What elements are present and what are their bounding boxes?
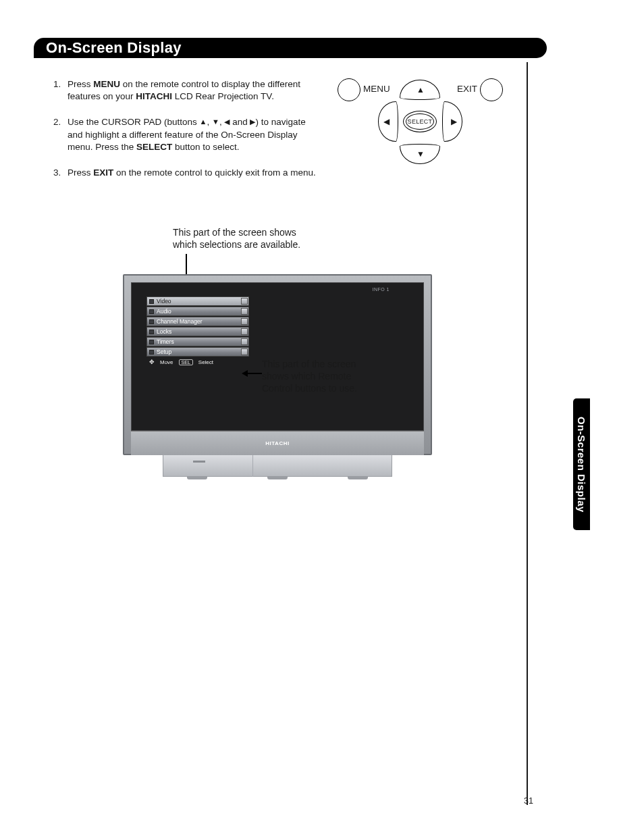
bullet-icon: [149, 340, 154, 344]
annotation-remote-buttons: This part of the screen shows which Remo…: [262, 358, 383, 395]
text: button to select.: [172, 142, 239, 152]
hint-move-label: Move: [160, 359, 173, 365]
text: ,: [207, 117, 212, 127]
cursor-pad-icon: ▲ ▼ ◀ ▶ SELECT: [378, 80, 462, 164]
submenu-icon: [241, 298, 248, 305]
info-indicator: INFO 1: [372, 287, 390, 292]
osd-item-locks: Locks: [146, 327, 249, 336]
submenu-icon: [241, 348, 248, 355]
bold-menu: MENU: [93, 79, 120, 89]
left-arrow-icon: ◀: [383, 117, 390, 126]
text: and: [230, 117, 250, 127]
text: on the remote control to quickly exit fr…: [113, 167, 315, 178]
foot-right-icon: [348, 477, 368, 479]
text: LCD Rear Projection TV.: [172, 91, 274, 101]
page-number: 31: [524, 796, 533, 806]
hint-select-label: Select: [198, 359, 213, 365]
text: Use the CURSOR PAD (buttons: [68, 117, 200, 127]
select-label: SELECT: [406, 113, 434, 130]
select-button-icon: SELECT: [403, 111, 437, 132]
submenu-icon: [241, 318, 248, 325]
bullet-icon: [149, 330, 154, 334]
remote-control-diagram: MENU EXIT ▲ ▼ ◀ ▶ SELECT: [338, 74, 503, 172]
move-cursor-icon: ✥: [149, 359, 155, 365]
osd-item-label: Locks: [157, 328, 171, 335]
bold-exit: EXIT: [93, 167, 113, 178]
osd-item-label: Setup: [157, 348, 171, 355]
submenu-icon: [241, 338, 248, 345]
annotation-selections: This part of the screen shows which sele…: [173, 226, 321, 251]
menu-button-icon: [338, 78, 360, 101]
osd-item-setup: Setup: [146, 347, 249, 357]
instruction-item-3: Press EXIT on the remote control to quic…: [63, 167, 319, 179]
osd-item-label: Timers: [157, 338, 174, 345]
osd-hint-bar: ✥Move SELSelect: [146, 357, 234, 367]
osd-item-label: Channel Manager: [157, 318, 203, 325]
tv-lower-bezel: HITACHI: [131, 431, 424, 455]
stand-seam: [252, 455, 253, 477]
text: Press: [68, 167, 93, 178]
tv-brand-logo: HITACHI: [265, 440, 289, 446]
text: Press: [68, 79, 93, 89]
tv-screen: INFO 1 Video Audio Channel Manager Locks…: [131, 282, 424, 431]
up-arrow-icon: ▲: [417, 85, 425, 95]
instruction-list: Press MENU on the remote control to disp…: [49, 78, 319, 192]
bullet-icon: [149, 319, 154, 324]
osd-menu: Video Audio Channel Manager Locks Timers…: [146, 296, 249, 367]
section-title-bar: On-Screen Display: [34, 38, 547, 58]
up-triangle-icon: ▲: [200, 117, 207, 127]
text: ,: [219, 117, 225, 127]
osd-item-video: Video: [146, 296, 249, 306]
foot-mid-icon: [267, 477, 288, 479]
right-margin-rule: [527, 62, 528, 805]
bold-select: SELECT: [136, 142, 172, 152]
bullet-icon: [149, 350, 154, 355]
osd-item-label: Video: [157, 298, 171, 305]
instruction-item-1: Press MENU on the remote control to disp…: [63, 78, 319, 103]
submenu-icon: [241, 328, 248, 335]
osd-item-channel-manager: Channel Manager: [146, 317, 249, 326]
bullet-icon: [149, 309, 154, 314]
section-title: On-Screen Display: [46, 39, 182, 57]
stand-slot-icon: [193, 461, 205, 463]
tv-feet: [163, 477, 392, 479]
osd-item-audio: Audio: [146, 307, 249, 316]
down-triangle-icon: ▼: [212, 117, 219, 127]
right-arrow-icon: ▶: [451, 117, 457, 126]
side-tab: On-Screen Display: [573, 398, 590, 530]
tv-stand: [163, 455, 392, 477]
foot-left-icon: [187, 477, 207, 479]
submenu-icon: [241, 308, 248, 315]
osd-item-timers: Timers: [146, 337, 249, 346]
bold-brand: HITACHI: [136, 91, 172, 101]
osd-item-label: Audio: [157, 308, 171, 315]
right-triangle-icon: ▶: [250, 117, 255, 127]
exit-button-icon: [480, 78, 503, 101]
instruction-item-2: Use the CURSOR PAD (buttons ▲, ▼, ◀ and …: [63, 116, 319, 153]
down-arrow-icon: ▼: [417, 149, 425, 159]
sel-tag-icon: SEL: [179, 359, 193, 365]
left-triangle-icon: ◀: [224, 117, 230, 127]
arrow-left-icon: [243, 373, 262, 374]
bullet-icon: [149, 299, 154, 304]
